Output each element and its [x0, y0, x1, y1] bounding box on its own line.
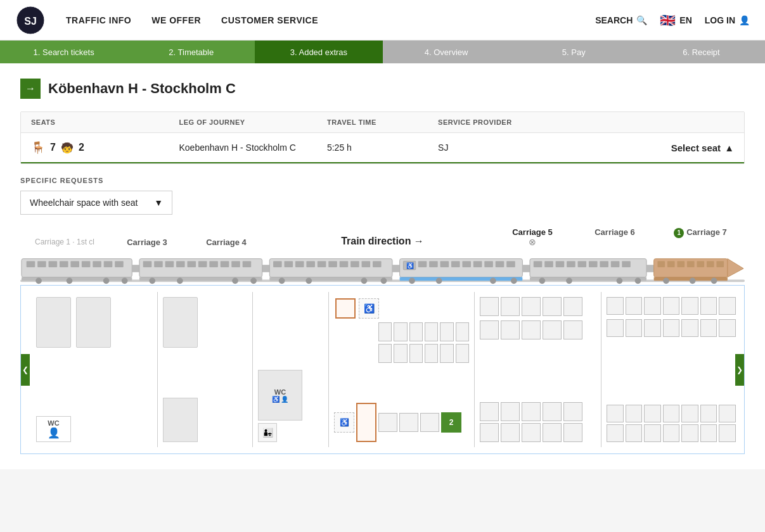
seat-7-9[interactable]	[626, 319, 643, 337]
scroll-right-arrow[interactable]: ❯	[735, 354, 744, 386]
logo[interactable]: SJ	[15, 5, 46, 35]
header: SJ TRAFFIC INFO WE OFFER CUSTOMER SERVIC…	[0, 0, 765, 41]
step-overview[interactable]: 4. Overview	[383, 41, 510, 63]
seat-7-b14[interactable]	[719, 424, 736, 442]
seat-7-7[interactable]	[719, 297, 736, 315]
svg-text:SJ: SJ	[24, 16, 37, 27]
seat-6-3[interactable]	[522, 297, 541, 316]
seat-7-11[interactable]	[663, 319, 680, 337]
seat-5-b1[interactable]	[378, 413, 397, 432]
carriage-1-label[interactable]: Carriage 1 · 1st cl	[20, 238, 109, 247]
seat-6-b3[interactable]	[522, 402, 541, 421]
seat-7-b2[interactable]	[626, 405, 643, 422]
seat-6-b1[interactable]	[480, 402, 499, 421]
seat-7-b11[interactable]	[663, 424, 680, 442]
seat-7-b7[interactable]	[719, 405, 736, 422]
seat-7-b13[interactable]	[700, 424, 717, 442]
svg-rect-20	[139, 277, 262, 281]
seat-7-5[interactable]	[681, 297, 698, 315]
seat-7-b3[interactable]	[644, 405, 661, 422]
seat-6-b10[interactable]	[563, 423, 582, 442]
step-pay[interactable]: 5. Pay	[510, 41, 638, 63]
nav-traffic-info[interactable]: TRAFFIC INFO	[66, 15, 131, 25]
seat-7-b10[interactable]	[644, 424, 661, 442]
seat-6-10[interactable]	[563, 320, 582, 339]
step-timetable[interactable]: 2. Timetable	[127, 41, 255, 63]
seat-5-10[interactable]	[394, 344, 407, 363]
seat-7-b6[interactable]	[700, 405, 717, 422]
search-button[interactable]: SEARCH 🔍	[595, 15, 647, 25]
seat-7-b5[interactable]	[681, 405, 698, 422]
nav-customer-service[interactable]: CUSTOMER SERVICE	[221, 15, 318, 25]
seat-7-8[interactable]	[607, 319, 624, 337]
train-illustration: ♿	[20, 251, 745, 285]
seat-7-b4[interactable]	[663, 405, 680, 422]
seat-7-1[interactable]	[607, 297, 624, 315]
seat-6-6[interactable]	[480, 320, 499, 339]
carriage-5-label[interactable]: Carriage 5 ⊗	[491, 227, 574, 247]
carriage-3-label[interactable]: Carriage 3	[109, 238, 185, 247]
login-button[interactable]: LOG IN 👤	[705, 15, 750, 25]
seat-5-3[interactable]	[378, 322, 392, 341]
svg-rect-72	[530, 277, 646, 281]
specific-requests-dropdown[interactable]: Wheelchair space with seat ▼	[20, 191, 172, 215]
carriage-6-label[interactable]: Carriage 6	[574, 227, 656, 247]
carriage-7-label[interactable]: 1Carriage 7	[656, 227, 745, 247]
seat-7-b9[interactable]	[626, 424, 643, 442]
seat-6-b7[interactable]	[501, 423, 520, 442]
seat-5-6[interactable]	[425, 322, 438, 341]
seat-6-4[interactable]	[543, 297, 562, 316]
seat-7-b12[interactable]	[681, 424, 698, 442]
step-extras[interactable]: 3. Added extras	[255, 41, 382, 63]
seat-7-2[interactable]	[626, 297, 643, 315]
seat-7-6[interactable]	[700, 297, 717, 315]
seat-6-2[interactable]	[501, 297, 520, 316]
svg-rect-29	[187, 261, 196, 267]
step-receipt[interactable]: 6. Receipt	[638, 41, 765, 63]
seat-6-b4[interactable]	[543, 402, 562, 421]
svg-rect-70	[522, 265, 530, 272]
seat-6-b6[interactable]	[480, 423, 499, 442]
seat-5-tall[interactable]	[356, 403, 376, 442]
seat-5-13[interactable]	[440, 344, 453, 363]
seat-6-8[interactable]	[522, 320, 541, 339]
seat-5-1[interactable]	[335, 298, 356, 319]
seat-7-b8[interactable]	[607, 424, 624, 442]
seat-7-10[interactable]	[644, 319, 661, 337]
seat-6-b5[interactable]	[563, 402, 582, 421]
seat-5-7[interactable]	[440, 322, 453, 341]
seat-6-b8[interactable]	[522, 423, 541, 442]
seat-6-1[interactable]	[480, 297, 499, 316]
seat-5-b3[interactable]	[420, 413, 439, 432]
seat-6-b9[interactable]	[543, 423, 562, 442]
seat-5-9[interactable]	[378, 344, 392, 363]
seat-7-13[interactable]	[700, 319, 717, 337]
seat-7-14[interactable]	[719, 319, 736, 337]
seat-6-7[interactable]	[501, 320, 520, 339]
seat-5-b2[interactable]	[399, 413, 418, 432]
wheelchair-space-1[interactable]: ♿	[359, 298, 379, 319]
seat-5-11[interactable]	[409, 344, 423, 363]
seat-5-selected-2[interactable]: 2	[441, 412, 461, 433]
wheelchair-space-2[interactable]: ♿	[334, 412, 354, 433]
seat-5-8[interactable]	[456, 322, 469, 341]
seat-6-b2[interactable]	[501, 402, 520, 421]
seat-6-5[interactable]	[563, 297, 582, 316]
svg-point-5	[35, 277, 42, 284]
seat-7-3[interactable]	[644, 297, 661, 315]
seat-7-b1[interactable]	[607, 405, 624, 422]
seat-5-12[interactable]	[425, 344, 438, 363]
seat-7-12[interactable]	[681, 319, 698, 337]
select-seat-button[interactable]: Select seat ▲	[586, 142, 734, 153]
nav-we-offer[interactable]: WE OFFER	[151, 15, 201, 25]
seat-7-4[interactable]	[663, 297, 680, 315]
step-search[interactable]: 1. Search tickets	[0, 41, 127, 63]
language-selector[interactable]: 🇬🇧 EN	[660, 13, 691, 28]
seat-6-9[interactable]	[543, 320, 562, 339]
seat-5-4[interactable]	[394, 322, 407, 341]
scroll-left-arrow[interactable]: ❮	[21, 354, 30, 386]
seat-5-14[interactable]	[456, 344, 469, 363]
seat-5-5[interactable]	[409, 322, 423, 341]
adult-count: 7	[50, 142, 56, 153]
carriage-4-label[interactable]: Carriage 4	[185, 238, 267, 247]
